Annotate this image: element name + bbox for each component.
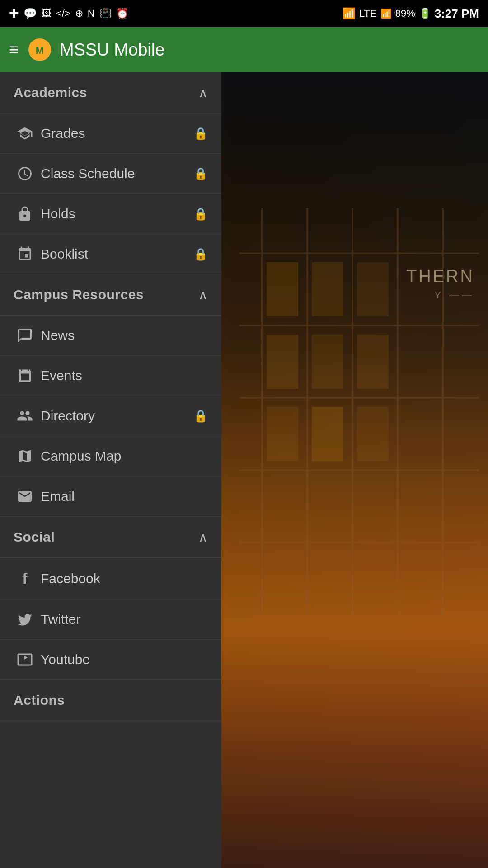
campus-resources-label: Campus Resources [14, 287, 144, 302]
actions-label: Actions [14, 693, 65, 708]
messenger-icon: 💬 [23, 7, 37, 20]
directory-icon [14, 408, 36, 424]
svg-rect-18 [267, 407, 298, 461]
lte-label: LTE [359, 8, 377, 19]
booklist-lock-icon: 🔒 [193, 247, 208, 261]
hamburger-menu[interactable]: ≡ [9, 40, 19, 59]
vibrate-icon: 📳 [99, 8, 112, 19]
svg-rect-20 [357, 407, 389, 461]
holds-label: Holds [41, 206, 193, 222]
battery-icon: 🔋 [419, 8, 431, 19]
svg-rect-12 [267, 262, 298, 316]
campus-map-icon [14, 448, 36, 464]
youtube-menu-item[interactable]: Youtube [0, 640, 221, 680]
svg-rect-15 [267, 335, 298, 389]
class-schedule-label: Class Schedule [41, 166, 193, 181]
holds-lock-icon: 🔒 [193, 207, 208, 221]
news-label: News [41, 328, 208, 343]
email-icon [14, 488, 36, 505]
holds-menu-item[interactable]: Holds 🔒 [0, 194, 221, 234]
events-label: Events [41, 368, 208, 383]
campus-resources-chevron-icon: ∧ [198, 288, 208, 302]
holds-icon [14, 206, 36, 222]
booklist-menu-item[interactable]: Booklist 🔒 [0, 234, 221, 274]
signal-icon: 📶 [380, 8, 392, 19]
email-label: Email [41, 489, 208, 504]
directory-menu-item[interactable]: Directory 🔒 [0, 396, 221, 436]
campus-resources-section-header[interactable]: Campus Resources ∧ [0, 274, 221, 316]
social-chevron-icon: ∧ [198, 530, 208, 545]
class-schedule-icon [14, 165, 36, 182]
campus-map-label: Campus Map [41, 448, 208, 464]
svg-rect-14 [357, 262, 389, 316]
news-menu-item[interactable]: News [0, 316, 221, 356]
actions-section-header[interactable]: Actions [0, 680, 221, 721]
app-logo: M [28, 38, 52, 62]
svg-rect-16 [312, 335, 343, 389]
svg-rect-17 [357, 335, 389, 389]
image-icon: 🖼 [42, 8, 52, 19]
code-icon: </> [56, 8, 70, 19]
booklist-label: Booklist [41, 246, 193, 262]
class-schedule-lock-icon: 🔒 [193, 167, 208, 181]
grades-icon [14, 125, 36, 142]
status-bar-left: ✚ 💬 🖼 </> ⊕ N 📳 ⏰ [9, 7, 128, 21]
campus-map-menu-item[interactable]: Campus Map [0, 436, 221, 476]
youtube-icon [14, 651, 36, 668]
class-schedule-menu-item[interactable]: Class Schedule 🔒 [0, 154, 221, 194]
twitter-icon [14, 611, 36, 627]
app-title-text: MSSU Mobile [60, 40, 164, 60]
app-header: ≡ M MSSU Mobile [0, 27, 488, 72]
battery-percent: 89% [395, 8, 415, 19]
time-display: 3:27 PM [435, 7, 479, 21]
grades-menu-item[interactable]: Grades 🔒 [0, 113, 221, 154]
nfc-icon: N [88, 8, 95, 19]
southern-text: THERN [406, 267, 474, 286]
youtube-label: Youtube [41, 652, 208, 667]
directory-lock-icon: 🔒 [193, 409, 208, 423]
academics-section-header[interactable]: Academics ∧ [0, 72, 221, 113]
twitter-label: Twitter [41, 612, 208, 627]
svg-text:M: M [36, 45, 44, 56]
navigation-drawer: Academics ∧ Grades 🔒 Class Schedule 🔒 Ho… [0, 72, 221, 868]
email-menu-item[interactable]: Email [0, 476, 221, 517]
svg-rect-19 [312, 407, 343, 461]
background-overlay [217, 72, 488, 868]
academics-label: Academics [14, 85, 87, 100]
social-section-header[interactable]: Social ∧ [0, 517, 221, 558]
booklist-icon [14, 246, 36, 262]
alarm-icon: ⏰ [116, 8, 128, 19]
southern-text2: Y —— [435, 289, 474, 301]
status-bar-right: 📶 LTE 📶 89% 🔋 3:27 PM [342, 7, 479, 21]
events-icon [14, 368, 36, 384]
news-icon [14, 327, 36, 344]
grades-lock-icon: 🔒 [193, 127, 208, 141]
wifi-icon: 📶 [342, 7, 356, 20]
events-menu-item[interactable]: Events [0, 356, 221, 396]
directory-label: Directory [41, 408, 193, 424]
svg-rect-13 [312, 262, 343, 316]
add-icon: ✚ [9, 7, 19, 21]
academics-chevron-icon: ∧ [198, 85, 208, 100]
status-bar: ✚ 💬 🖼 </> ⊕ N 📳 ⏰ 📶 LTE 📶 89% 🔋 3:27 PM [0, 0, 488, 27]
grades-label: Grades [41, 126, 193, 141]
twitter-menu-item[interactable]: Twitter [0, 599, 221, 640]
social-label: Social [14, 529, 55, 545]
facebook-menu-item[interactable]: f Facebook [0, 558, 221, 599]
location-icon: ⊕ [75, 8, 83, 19]
facebook-label: Facebook [41, 571, 208, 586]
facebook-icon: f [14, 570, 36, 587]
